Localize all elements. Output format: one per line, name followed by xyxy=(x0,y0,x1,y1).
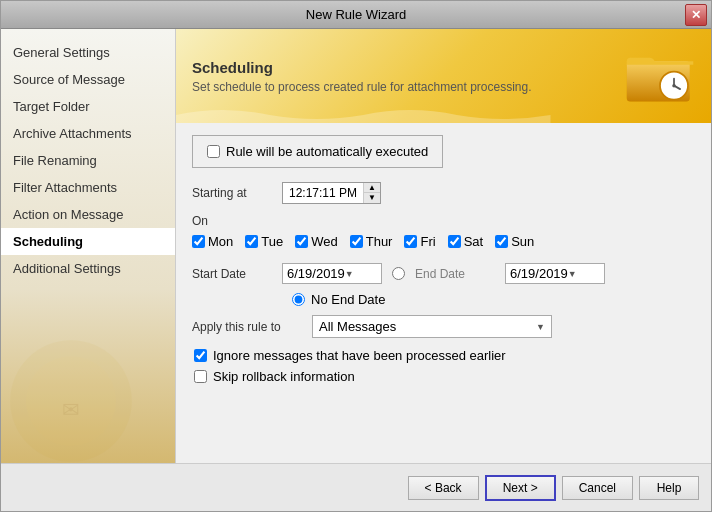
wed-label: Wed xyxy=(311,234,338,249)
thur-checkbox[interactable] xyxy=(350,235,363,248)
tue-checkbox[interactable] xyxy=(245,235,258,248)
days-row: Mon Tue Wed Thur xyxy=(192,234,695,249)
wed-checkbox[interactable] xyxy=(295,235,308,248)
skip-rollback-checkbox[interactable] xyxy=(194,370,207,383)
starting-at-label: Starting at xyxy=(192,186,272,200)
cancel-button[interactable]: Cancel xyxy=(562,476,633,500)
apply-rule-row: Apply this rule to All Messages ▼ xyxy=(192,315,695,338)
sidebar-item-file-renaming[interactable]: File Renaming xyxy=(1,147,175,174)
start-date-dropdown-icon[interactable]: ▼ xyxy=(345,269,377,279)
apply-rule-select[interactable]: All Messages ▼ xyxy=(312,315,552,338)
time-spin-down[interactable]: ▼ xyxy=(364,193,380,203)
fri-label: Fri xyxy=(420,234,435,249)
sun-label: Sun xyxy=(511,234,534,249)
sidebar-item-additional-settings[interactable]: Additional Settings xyxy=(1,255,175,282)
end-date-field[interactable]: 6/19/2019 ▼ xyxy=(505,263,605,284)
day-check-thur: Thur xyxy=(350,234,393,249)
end-date-label: End Date xyxy=(415,267,495,281)
main-panel: Scheduling Set schedule to process creat… xyxy=(176,29,711,463)
ignore-processed-checkbox[interactable] xyxy=(194,349,207,362)
sidebar-item-source-of-message[interactable]: Source of Message xyxy=(1,66,175,93)
folder-clock-icon xyxy=(625,41,695,111)
sidebar: ✉ General Settings Source of Message Tar… xyxy=(1,29,176,463)
time-spinner: ▲ ▼ xyxy=(363,183,380,203)
on-label: On xyxy=(192,214,695,228)
tue-label: Tue xyxy=(261,234,283,249)
apply-rule-dropdown-icon: ▼ xyxy=(536,322,545,332)
skip-rollback-label: Skip rollback information xyxy=(213,369,355,384)
help-button[interactable]: Help xyxy=(639,476,699,500)
sidebar-watermark-icon: ✉ xyxy=(1,313,151,463)
svg-text:✉: ✉ xyxy=(62,398,80,421)
back-button[interactable]: < Back xyxy=(408,476,479,500)
sidebar-item-scheduling[interactable]: Scheduling xyxy=(1,228,175,255)
page-title: Scheduling xyxy=(192,59,532,76)
apply-rule-label: Apply this rule to xyxy=(192,320,302,334)
day-check-sun: Sun xyxy=(495,234,534,249)
header-banner: Scheduling Set schedule to process creat… xyxy=(176,29,711,123)
no-end-date-label: No End Date xyxy=(311,292,385,307)
skip-rollback-row: Skip rollback information xyxy=(194,369,695,384)
day-check-sat: Sat xyxy=(448,234,484,249)
mon-checkbox[interactable] xyxy=(192,235,205,248)
page-subtitle: Set schedule to process created rule for… xyxy=(192,80,532,94)
close-button[interactable]: ✕ xyxy=(685,4,707,26)
footer: < Back Next > Cancel Help xyxy=(1,463,711,511)
sat-checkbox[interactable] xyxy=(448,235,461,248)
ignore-processed-label: Ignore messages that have been processed… xyxy=(213,348,506,363)
ignore-processed-row: Ignore messages that have been processed… xyxy=(194,348,695,363)
mon-label: Mon xyxy=(208,234,233,249)
next-button[interactable]: Next > xyxy=(485,475,556,501)
svg-point-8 xyxy=(672,84,676,88)
header-wave-icon xyxy=(176,105,551,123)
day-check-tue: Tue xyxy=(245,234,283,249)
form-area: Rule will be automatically executed Star… xyxy=(176,123,711,463)
starting-at-row: Starting at 12:17:11 PM ▲ ▼ xyxy=(192,182,695,204)
end-date-value: 6/19/2019 xyxy=(510,266,568,281)
sidebar-item-archive-attachments[interactable]: Archive Attachments xyxy=(1,120,175,147)
no-end-date-row: No End Date xyxy=(292,292,695,307)
day-check-wed: Wed xyxy=(295,234,338,249)
time-spin-up[interactable]: ▲ xyxy=(364,183,380,193)
sidebar-item-filter-attachments[interactable]: Filter Attachments xyxy=(1,174,175,201)
start-date-value: 6/19/2019 xyxy=(287,266,345,281)
sun-checkbox[interactable] xyxy=(495,235,508,248)
sidebar-item-general-settings[interactable]: General Settings xyxy=(1,39,175,66)
main-window: New Rule Wizard ✕ ✉ General Settings Sou… xyxy=(0,0,712,512)
end-date-dropdown-icon[interactable]: ▼ xyxy=(568,269,600,279)
header-text: Scheduling Set schedule to process creat… xyxy=(192,59,532,94)
date-row: Start Date 6/19/2019 ▼ End Date 6/19/201… xyxy=(192,263,695,284)
start-date-label: Start Date xyxy=(192,267,272,281)
auto-exec-label: Rule will be automatically executed xyxy=(226,144,428,159)
content-area: ✉ General Settings Source of Message Tar… xyxy=(1,29,711,463)
start-date-field[interactable]: 6/19/2019 ▼ xyxy=(282,263,382,284)
sidebar-item-action-on-message[interactable]: Action on Message xyxy=(1,201,175,228)
end-date-radio[interactable] xyxy=(392,267,405,280)
time-input-wrapper: 12:17:11 PM ▲ ▼ xyxy=(282,182,381,204)
window-title: New Rule Wizard xyxy=(306,7,406,22)
sidebar-item-target-folder[interactable]: Target Folder xyxy=(1,93,175,120)
sat-label: Sat xyxy=(464,234,484,249)
day-check-mon: Mon xyxy=(192,234,233,249)
auto-exec-checkbox[interactable] xyxy=(207,145,220,158)
time-value[interactable]: 12:17:11 PM xyxy=(283,184,363,202)
title-bar: New Rule Wizard ✕ xyxy=(1,1,711,29)
auto-exec-box: Rule will be automatically executed xyxy=(192,135,443,168)
apply-rule-value: All Messages xyxy=(319,319,396,334)
fri-checkbox[interactable] xyxy=(404,235,417,248)
thur-label: Thur xyxy=(366,234,393,249)
day-check-fri: Fri xyxy=(404,234,435,249)
no-end-date-radio[interactable] xyxy=(292,293,305,306)
